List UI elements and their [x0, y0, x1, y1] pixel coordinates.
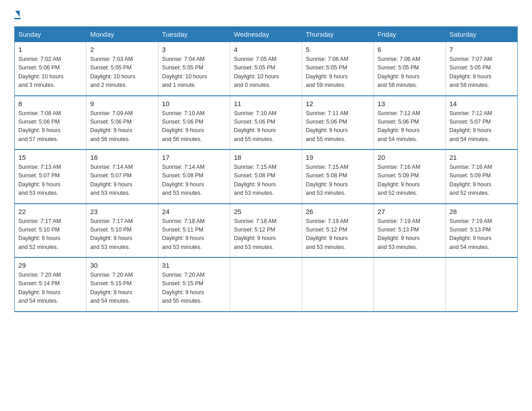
day-info: Sunrise: 7:20 AM Sunset: 5:15 PM Dayligh… — [162, 271, 226, 306]
day-number: 14 — [450, 100, 514, 107]
day-number: 15 — [18, 154, 82, 161]
day-info: Sunrise: 7:14 AM Sunset: 5:08 PM Dayligh… — [162, 163, 226, 198]
day-number: 1 — [18, 46, 82, 53]
day-number: 11 — [234, 100, 298, 107]
weekday-header-friday: Friday — [374, 27, 446, 42]
calendar-header: SundayMondayTuesdayWednesdayThursdayFrid… — [15, 27, 518, 42]
calendar-cell: 15Sunrise: 7:13 AM Sunset: 5:07 PM Dayli… — [15, 150, 86, 204]
weekday-header-wednesday: Wednesday — [230, 27, 302, 42]
calendar-cell: 12Sunrise: 7:11 AM Sunset: 5:06 PM Dayli… — [302, 96, 373, 150]
day-info: Sunrise: 7:19 AM Sunset: 5:12 PM Dayligh… — [306, 217, 370, 252]
day-number: 2 — [90, 46, 154, 53]
calendar-cell: 3Sunrise: 7:04 AM Sunset: 5:05 PM Daylig… — [158, 42, 230, 96]
day-info: Sunrise: 7:10 AM Sunset: 5:06 PM Dayligh… — [234, 109, 298, 144]
calendar-cell — [446, 257, 517, 312]
day-info: Sunrise: 7:18 AM Sunset: 5:11 PM Dayligh… — [162, 217, 226, 252]
day-info: Sunrise: 7:09 AM Sunset: 5:06 PM Dayligh… — [90, 109, 154, 144]
day-number: 5 — [306, 46, 370, 53]
day-info: Sunrise: 7:03 AM Sunset: 5:05 PM Dayligh… — [90, 55, 154, 90]
day-number: 6 — [378, 46, 442, 53]
day-info: Sunrise: 7:10 AM Sunset: 5:06 PM Dayligh… — [162, 109, 226, 144]
day-number: 22 — [18, 208, 82, 215]
day-info: Sunrise: 7:20 AM Sunset: 5:15 PM Dayligh… — [90, 271, 154, 306]
page-header — [14, 11, 518, 19]
day-number: 30 — [90, 261, 154, 269]
calendar-cell: 11Sunrise: 7:10 AM Sunset: 5:06 PM Dayli… — [230, 96, 302, 150]
calendar-cell: 28Sunrise: 7:19 AM Sunset: 5:13 PM Dayli… — [446, 204, 517, 258]
day-info: Sunrise: 7:12 AM Sunset: 5:06 PM Dayligh… — [378, 109, 442, 144]
calendar-table: SundayMondayTuesdayWednesdayThursdayFrid… — [14, 26, 518, 312]
calendar-cell: 6Sunrise: 7:06 AM Sunset: 5:05 PM Daylig… — [374, 42, 446, 96]
day-number: 9 — [90, 100, 154, 107]
day-info: Sunrise: 7:06 AM Sunset: 5:05 PM Dayligh… — [306, 55, 370, 90]
day-number: 16 — [90, 154, 154, 161]
day-info: Sunrise: 7:06 AM Sunset: 5:05 PM Dayligh… — [378, 55, 442, 90]
calendar-cell: 20Sunrise: 7:16 AM Sunset: 5:09 PM Dayli… — [374, 150, 446, 204]
calendar-cell: 1Sunrise: 7:02 AM Sunset: 5:06 PM Daylig… — [15, 42, 86, 96]
calendar-cell: 9Sunrise: 7:09 AM Sunset: 5:06 PM Daylig… — [86, 96, 158, 150]
weekday-header-row: SundayMondayTuesdayWednesdayThursdayFrid… — [15, 27, 518, 42]
day-info: Sunrise: 7:16 AM Sunset: 5:09 PM Dayligh… — [378, 163, 442, 198]
day-number: 21 — [450, 154, 514, 161]
day-info: Sunrise: 7:15 AM Sunset: 5:08 PM Dayligh… — [234, 163, 298, 198]
calendar-cell: 14Sunrise: 7:12 AM Sunset: 5:07 PM Dayli… — [446, 96, 517, 150]
calendar-cell — [230, 257, 302, 312]
day-number: 24 — [162, 208, 226, 215]
calendar-cell — [374, 257, 446, 312]
day-info: Sunrise: 7:12 AM Sunset: 5:07 PM Dayligh… — [450, 109, 514, 144]
day-info: Sunrise: 7:19 AM Sunset: 5:13 PM Dayligh… — [450, 217, 514, 252]
day-number: 31 — [162, 261, 226, 269]
day-number: 18 — [234, 154, 298, 161]
calendar-cell: 18Sunrise: 7:15 AM Sunset: 5:08 PM Dayli… — [230, 150, 302, 204]
calendar-cell: 22Sunrise: 7:17 AM Sunset: 5:10 PM Dayli… — [15, 204, 86, 258]
calendar-cell: 5Sunrise: 7:06 AM Sunset: 5:05 PM Daylig… — [302, 42, 373, 96]
day-info: Sunrise: 7:11 AM Sunset: 5:06 PM Dayligh… — [306, 109, 370, 144]
calendar-cell: 29Sunrise: 7:20 AM Sunset: 5:14 PM Dayli… — [15, 257, 86, 312]
day-info: Sunrise: 7:19 AM Sunset: 5:13 PM Dayligh… — [378, 217, 442, 252]
day-info: Sunrise: 7:18 AM Sunset: 5:12 PM Dayligh… — [234, 217, 298, 252]
calendar-week-row: 15Sunrise: 7:13 AM Sunset: 5:07 PM Dayli… — [15, 150, 518, 204]
logo — [14, 11, 21, 19]
day-number: 8 — [18, 100, 82, 107]
calendar-week-row: 29Sunrise: 7:20 AM Sunset: 5:14 PM Dayli… — [15, 257, 518, 312]
calendar-cell: 21Sunrise: 7:16 AM Sunset: 5:09 PM Dayli… — [446, 150, 517, 204]
day-number: 4 — [234, 46, 298, 53]
weekday-header-thursday: Thursday — [302, 27, 373, 42]
day-number: 17 — [162, 154, 226, 161]
day-number: 3 — [162, 46, 226, 53]
day-info: Sunrise: 7:15 AM Sunset: 5:08 PM Dayligh… — [306, 163, 370, 198]
calendar-cell: 13Sunrise: 7:12 AM Sunset: 5:06 PM Dayli… — [374, 96, 446, 150]
calendar-cell: 17Sunrise: 7:14 AM Sunset: 5:08 PM Dayli… — [158, 150, 230, 204]
day-number: 19 — [306, 154, 370, 161]
calendar-cell: 7Sunrise: 7:07 AM Sunset: 5:05 PM Daylig… — [446, 42, 517, 96]
day-info: Sunrise: 7:17 AM Sunset: 5:10 PM Dayligh… — [18, 217, 82, 252]
day-number: 23 — [90, 208, 154, 215]
calendar-cell: 19Sunrise: 7:15 AM Sunset: 5:08 PM Dayli… — [302, 150, 373, 204]
day-info: Sunrise: 7:17 AM Sunset: 5:10 PM Dayligh… — [90, 217, 154, 252]
day-number: 29 — [18, 261, 82, 269]
day-number: 26 — [306, 208, 370, 215]
day-info: Sunrise: 7:04 AM Sunset: 5:05 PM Dayligh… — [162, 55, 226, 90]
day-number: 10 — [162, 100, 226, 107]
calendar-cell: 16Sunrise: 7:14 AM Sunset: 5:07 PM Dayli… — [86, 150, 158, 204]
day-number: 27 — [378, 208, 442, 215]
calendar-cell: 30Sunrise: 7:20 AM Sunset: 5:15 PM Dayli… — [86, 257, 158, 312]
calendar-cell: 31Sunrise: 7:20 AM Sunset: 5:15 PM Dayli… — [158, 257, 230, 312]
calendar-week-row: 22Sunrise: 7:17 AM Sunset: 5:10 PM Dayli… — [15, 204, 518, 258]
weekday-header-saturday: Saturday — [446, 27, 517, 42]
logo-underline — [14, 18, 21, 19]
day-info: Sunrise: 7:08 AM Sunset: 5:06 PM Dayligh… — [18, 109, 82, 144]
calendar-cell: 4Sunrise: 7:05 AM Sunset: 5:05 PM Daylig… — [230, 42, 302, 96]
calendar-cell: 26Sunrise: 7:19 AM Sunset: 5:12 PM Dayli… — [302, 204, 373, 258]
day-info: Sunrise: 7:20 AM Sunset: 5:14 PM Dayligh… — [18, 271, 82, 306]
day-number: 13 — [378, 100, 442, 107]
weekday-header-tuesday: Tuesday — [158, 27, 230, 42]
logo-arrow-icon — [15, 11, 20, 17]
day-number: 28 — [450, 208, 514, 215]
calendar-week-row: 1Sunrise: 7:02 AM Sunset: 5:06 PM Daylig… — [15, 42, 518, 96]
day-number: 7 — [450, 46, 514, 53]
day-info: Sunrise: 7:02 AM Sunset: 5:06 PM Dayligh… — [18, 55, 82, 90]
calendar-body: 1Sunrise: 7:02 AM Sunset: 5:06 PM Daylig… — [15, 42, 518, 312]
weekday-header-monday: Monday — [86, 27, 158, 42]
day-info: Sunrise: 7:14 AM Sunset: 5:07 PM Dayligh… — [90, 163, 154, 198]
